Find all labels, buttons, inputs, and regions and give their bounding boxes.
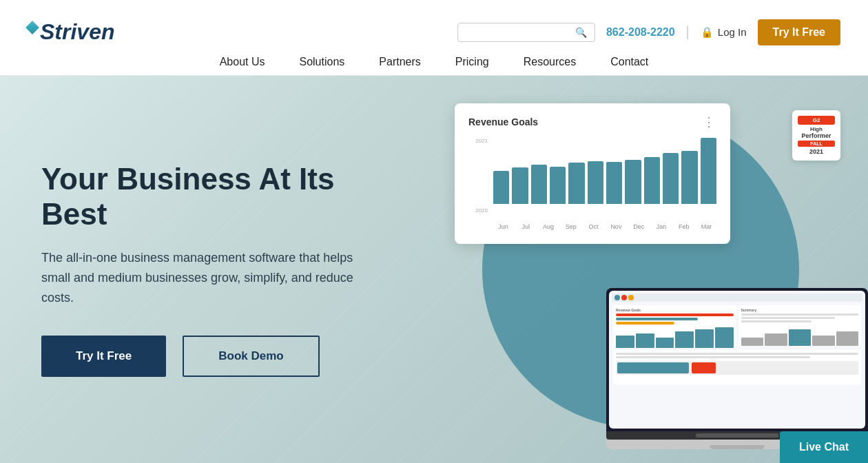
- laptop-nav-dot-2: [621, 295, 627, 300]
- chart-bar-2: [531, 165, 547, 204]
- nav-about-us[interactable]: About Us: [220, 56, 265, 68]
- header: Striven 🔍 862-208-2220 | 🔒 Log In Try It…: [0, 0, 868, 76]
- chart-options-icon[interactable]: ⋮: [703, 114, 716, 130]
- logo-text: Striven: [40, 19, 114, 45]
- logo-gem-icon: [25, 21, 39, 34]
- laptop-mini-chart: [616, 327, 734, 348]
- g2-performer-text: Performer: [798, 132, 835, 139]
- nav-solutions[interactable]: Solutions: [299, 56, 344, 68]
- laptop-widget-2-title: Summary: [741, 308, 859, 312]
- laptop-screen-inner: Revenue Goals: [609, 291, 865, 429]
- logo[interactable]: Striven: [28, 19, 114, 45]
- laptop-screen: Revenue Goals: [606, 288, 868, 431]
- chart-label-6: Dec: [629, 223, 649, 230]
- chart-label-2: Aug: [539, 223, 559, 230]
- g2-high-text: High: [798, 126, 835, 132]
- laptop-visual: Revenue Goals: [606, 288, 868, 449]
- revenue-chart-card: Revenue Goals ⋮ 2021 2020 JunJulAugSepOc…: [455, 103, 730, 244]
- search-icon: 🔍: [575, 27, 587, 38]
- g2-badge: G2 High Performer FALL 2021: [792, 110, 840, 161]
- login-label: Log In: [718, 26, 747, 38]
- laptop-nav-dot: [614, 295, 620, 300]
- chart-label-8: Feb: [674, 223, 694, 230]
- nav-resources[interactable]: Resources: [524, 56, 576, 68]
- hero-subtext: The all-in-one business management softw…: [41, 248, 372, 307]
- chart-bar-11: [701, 138, 716, 204]
- hero-headline: Your Business At Its Best: [41, 162, 372, 232]
- chart-title: Revenue Goals: [468, 116, 538, 127]
- hero-buttons: Try It Free Book Demo: [41, 336, 372, 377]
- chart-bar-0: [493, 171, 509, 204]
- header-top: Striven 🔍 862-208-2220 | 🔒 Log In Try It…: [28, 0, 840, 56]
- laptop-trackpad: [696, 433, 778, 438]
- chart-bar-3: [550, 167, 566, 204]
- chart-label-4: Oct: [583, 223, 603, 230]
- live-chat-button[interactable]: Live Chat: [780, 431, 868, 463]
- g2-season: FALL: [798, 141, 835, 147]
- chart-bar-6: [606, 162, 622, 204]
- chart-label-1: Jul: [516, 223, 536, 230]
- main-nav: About Us Solutions Partners Pricing Reso…: [28, 56, 840, 75]
- phone-number[interactable]: 862-208-2220: [606, 26, 675, 39]
- laptop-widget-2: Summary: [738, 305, 862, 347]
- laptop-content-grid: Revenue Goals: [612, 304, 862, 348]
- g2-year: 2021: [798, 148, 835, 155]
- search-input[interactable]: [465, 27, 575, 38]
- laptop-widget-1: Revenue Goals: [613, 305, 736, 347]
- chart-label-5: Nov: [606, 223, 626, 230]
- try-it-free-hero-button[interactable]: Try It Free: [41, 336, 166, 377]
- chart-bar-10: [681, 151, 697, 204]
- try-it-free-header-button[interactable]: Try It Free: [758, 19, 840, 45]
- hero-right: Revenue Goals ⋮ 2021 2020 JunJulAugSepOc…: [400, 76, 868, 463]
- chart-bar-1: [512, 167, 528, 204]
- header-divider: |: [686, 24, 690, 40]
- hero-left: Your Business At Its Best The all-in-one…: [0, 121, 413, 418]
- chart-y-label-2020: 2020: [468, 207, 488, 214]
- chart-label-0: Jun: [493, 223, 513, 230]
- chart-bar-5: [588, 161, 603, 204]
- laptop: Revenue Goals: [606, 288, 868, 449]
- login-button[interactable]: 🔒 Log In: [701, 26, 747, 39]
- chart-label-9: Mar: [696, 223, 716, 230]
- g2-logo: G2: [798, 116, 835, 125]
- chart-bar-4: [568, 163, 584, 204]
- search-box[interactable]: 🔍: [457, 23, 595, 42]
- chart-bars-area: [493, 138, 716, 220]
- nav-pricing[interactable]: Pricing: [455, 56, 489, 68]
- laptop-dashboard: Revenue Goals: [609, 291, 865, 429]
- chart-bar-9: [663, 153, 679, 204]
- hero-section: Your Business At Its Best The all-in-one…: [0, 76, 868, 463]
- chart-card-header: Revenue Goals ⋮: [468, 114, 716, 130]
- laptop-top-bar: [612, 294, 862, 302]
- laptop-mini-chart-2: [741, 325, 859, 346]
- chart-y-label-2021: 2021: [468, 138, 488, 144]
- nav-contact[interactable]: Contact: [610, 56, 648, 68]
- chart-label-7: Jan: [652, 223, 672, 230]
- chart-label-3: Sep: [561, 223, 581, 230]
- book-demo-button[interactable]: Book Demo: [183, 336, 319, 377]
- chart-bar-7: [625, 160, 641, 204]
- laptop-nav-dot-3: [628, 295, 634, 300]
- chart-x-labels: JunJulAugSepOctNovDecJanFebMar: [493, 223, 716, 230]
- laptop-widget-title: Revenue Goals: [616, 308, 734, 312]
- chart-bar-8: [644, 157, 660, 204]
- lock-icon: 🔒: [701, 26, 714, 39]
- nav-partners[interactable]: Partners: [379, 56, 420, 68]
